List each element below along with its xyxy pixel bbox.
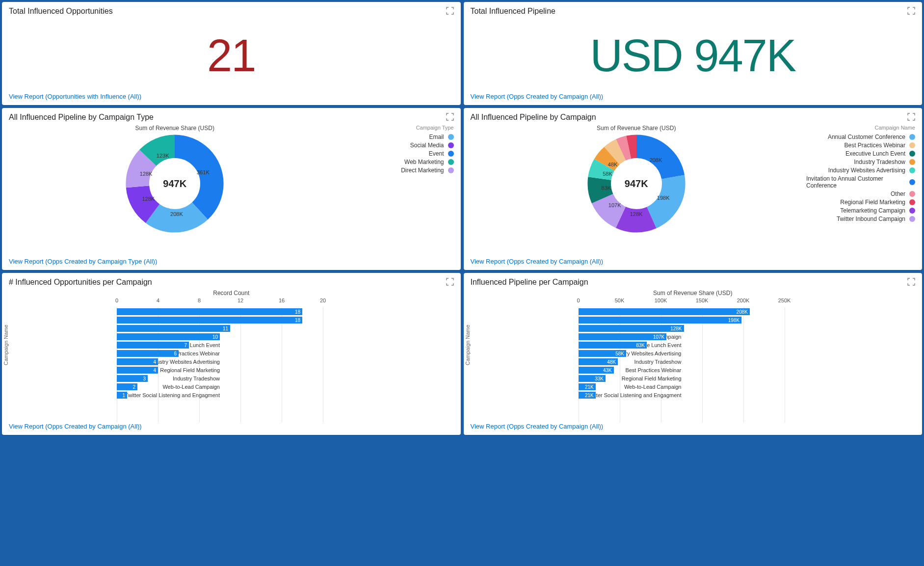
card-opps-per-campaign: # Influenced Opportunities per Campaign … (2, 273, 461, 435)
view-report-link[interactable]: View Report (Opps Created by Campaign (A… (9, 423, 454, 430)
chart-subtitle: Sum of Revenue Share (USD) (471, 290, 916, 296)
legend-swatch (909, 208, 915, 214)
bar-rect[interactable]: 48K (579, 358, 618, 365)
bar-value-label: 3 (143, 376, 146, 381)
donut-chart: 947K 361K208K128K128K123K (126, 135, 224, 233)
legend-item[interactable]: Telemarketing Campaign (806, 207, 915, 214)
bar-rect[interactable]: 128K (579, 325, 684, 332)
bar-rect[interactable]: 7 (117, 342, 189, 349)
legend-label: Other (891, 190, 905, 197)
expand-icon[interactable] (907, 7, 915, 15)
bar-row: Executive Lunch Event83K (579, 341, 916, 349)
bar-value-label: 4 (153, 367, 156, 373)
y-axis-label: Campaign Name (3, 324, 9, 365)
bar-row: Invitation to Annual Customer Conference… (579, 307, 916, 316)
bar-rect[interactable]: 2 (117, 383, 137, 390)
legend-label: Social Media (410, 142, 444, 149)
bar-rect[interactable]: 6 (117, 350, 179, 357)
card-title: Influenced Pipeline per Campaign (471, 278, 916, 287)
bar-value-label: 10 (212, 334, 218, 339)
chart-subtitle: Record Count (9, 290, 454, 296)
card-title: Total Influenced Pipeline (471, 7, 916, 16)
bar-rect[interactable]: 21K (579, 383, 596, 390)
donut-slice-label: 198K (657, 195, 670, 201)
donut-slice-label: 208K (650, 157, 662, 163)
bar-rect[interactable]: 58K (579, 350, 626, 357)
legend-item[interactable]: Other (806, 190, 915, 197)
legend-item[interactable]: Invitation to Annual Customer Conference (806, 175, 915, 189)
axis-tick: 4 (157, 297, 159, 303)
card-pipeline-by-type: All Influenced Pipeline by Campaign Type… (2, 108, 461, 270)
legend-item[interactable]: Regional Field Marketing (806, 199, 915, 206)
bar-rect[interactable]: 21K (579, 392, 596, 399)
bar-value-label: 18 (295, 317, 300, 323)
legend-label: Executive Lunch Event (845, 150, 905, 157)
view-report-link[interactable]: View Report (Opps Created by Campaign Ty… (9, 258, 454, 265)
chart-subtitle: Sum of Revenue Share (USD) (135, 125, 214, 132)
bar-row: Executive Lunch Event7 (117, 341, 454, 349)
legend-item[interactable]: Industry Tradeshow (806, 159, 915, 165)
bar-rect[interactable]: 43K (579, 367, 614, 374)
bar-rect[interactable]: 208K (579, 308, 750, 315)
legend-item[interactable]: Twitter Inbound Campaign (806, 216, 915, 222)
legend-swatch (909, 142, 915, 148)
bar-row: Best Practices Webinar6 (117, 349, 454, 357)
bar-value-label: 128K (670, 325, 682, 331)
bar-value-label: 18 (295, 309, 300, 314)
bar-rect[interactable]: 107K (579, 333, 667, 340)
legend-label: Event (429, 150, 444, 157)
donut-slice-label: 208K (170, 211, 183, 217)
legend-swatch (448, 142, 454, 148)
legend-item[interactable]: Social Media (345, 142, 454, 149)
legend-swatch (909, 134, 915, 140)
bar-rect[interactable]: 33K (579, 375, 606, 382)
bar-value-label: 7 (184, 342, 187, 348)
expand-icon[interactable] (446, 113, 454, 121)
bar-rect[interactable]: 11 (117, 325, 230, 332)
legend-item[interactable]: Annual Customer Conference (806, 134, 915, 140)
bar-row: Twitter Social Listening and Engagment1 (117, 391, 454, 399)
legend-swatch (909, 199, 915, 205)
legend-item[interactable]: Industry Websites Advertising (806, 167, 915, 174)
bar-rect[interactable]: 4 (117, 367, 158, 374)
expand-icon[interactable] (907, 113, 915, 121)
legend-item[interactable]: Best Practices Webinar (806, 142, 915, 149)
bar-rect[interactable]: 10 (117, 333, 220, 340)
view-report-link[interactable]: View Report (Opps Created by Campaign (A… (471, 93, 916, 100)
expand-icon[interactable] (446, 278, 454, 286)
legend-label: Twitter Inbound Campaign (837, 216, 905, 222)
view-report-link[interactable]: View Report (Opportunities with Influenc… (9, 93, 454, 100)
bar-row: Industry Websites Advertising58K (579, 349, 916, 357)
legend-item[interactable]: Web Marketing (345, 159, 454, 165)
card-title: Total Influenced Opportunities (9, 7, 454, 16)
bar-rect[interactable]: 18 (117, 317, 302, 323)
legend-item[interactable]: Direct Marketing (345, 167, 454, 174)
legend-title: Campaign Name (806, 125, 915, 131)
expand-icon[interactable] (907, 278, 915, 286)
bar-rect[interactable]: 18 (117, 308, 302, 315)
view-report-link[interactable]: View Report (Opps Created by Campaign (A… (471, 258, 916, 265)
legend-swatch (909, 179, 915, 185)
bar-rect[interactable]: 83K (579, 342, 647, 349)
donut-slice-label: 48K (608, 162, 618, 167)
legend-item[interactable]: Event (345, 150, 454, 157)
legend-swatch (448, 151, 454, 157)
bar-rect[interactable]: 198K (579, 317, 742, 323)
donut-slice-label: 128K (140, 171, 153, 177)
view-report-link[interactable]: View Report (Opps Created by Campaign (A… (471, 423, 916, 430)
legend-label: Regional Field Marketing (840, 199, 905, 206)
axis-tick: 8 (198, 297, 201, 303)
legend-item[interactable]: Email (345, 134, 454, 140)
bar-rect[interactable]: 4 (117, 358, 158, 365)
legend-swatch (909, 159, 915, 165)
bar-rect[interactable]: 1 (117, 392, 127, 399)
card-pipeline-per-campaign: Influenced Pipeline per Campaign Sum of … (464, 273, 923, 435)
legend-label: Annual Customer Conference (828, 134, 905, 140)
legend-item[interactable]: Executive Lunch Event (806, 150, 915, 157)
legend-swatch (448, 159, 454, 165)
bar-row: Twitter Inbound Campaign11 (117, 324, 454, 332)
bar-rect[interactable]: 3 (117, 375, 148, 382)
metric-value: USD 947K (471, 19, 916, 93)
expand-icon[interactable] (446, 7, 454, 15)
legend-swatch (909, 167, 915, 173)
